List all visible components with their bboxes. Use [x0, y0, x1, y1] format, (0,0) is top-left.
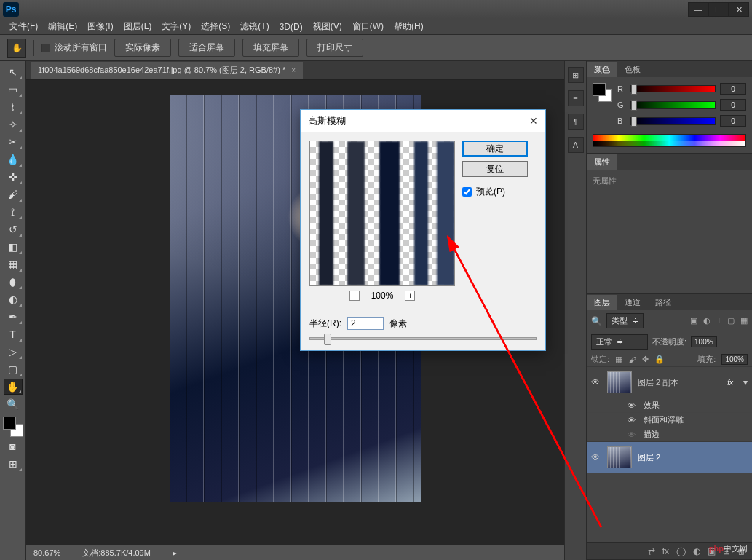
menu-edit[interactable]: 编辑(E): [43, 19, 82, 34]
layer-row-copy[interactable]: 👁 图层 2 副本 fx ▾: [587, 366, 752, 398]
collapsed-panel-2[interactable]: ≡: [568, 90, 584, 106]
print-size-button[interactable]: 打印尺寸: [306, 39, 363, 57]
move-tool[interactable]: ↖: [4, 64, 23, 80]
blue-slider[interactable]: [630, 117, 716, 125]
search-icon[interactable]: 🔍: [591, 316, 602, 326]
menu-help[interactable]: 帮助(H): [389, 19, 429, 34]
preview-checkbox[interactable]: 预览(P): [462, 186, 537, 198]
type-tool[interactable]: T: [4, 326, 23, 342]
stroke-effect-row[interactable]: 👁 描边: [587, 427, 752, 441]
red-slider[interactable]: [630, 85, 716, 92]
lock-all-icon[interactable]: 🔒: [654, 355, 665, 364]
layer-row-2[interactable]: 👁 图层 2: [587, 441, 752, 473]
filter-pixel-icon[interactable]: ▣: [690, 316, 697, 326]
zoom-tool[interactable]: 🔍: [4, 396, 23, 412]
menu-image[interactable]: 图像(I): [82, 19, 118, 34]
ok-button[interactable]: 确定: [462, 141, 528, 157]
path-select-tool[interactable]: ▷: [4, 344, 23, 360]
red-value[interactable]: 0: [720, 83, 746, 95]
zoom-percent[interactable]: 80.67%: [33, 548, 60, 557]
pen-tool[interactable]: ✒: [4, 309, 23, 325]
restore-button[interactable]: ☐: [708, 2, 729, 17]
status-chevron-icon[interactable]: ▸: [173, 548, 177, 558]
layer-mask-icon[interactable]: ◯: [676, 546, 686, 556]
menu-view[interactable]: 视图(V): [308, 19, 347, 34]
actual-pixels-button[interactable]: 实际像素: [114, 39, 171, 57]
layers-tab[interactable]: 图层: [587, 295, 617, 310]
zoom-in-button[interactable]: +: [405, 291, 415, 301]
screen-mode-toggle[interactable]: ⊞: [4, 456, 23, 472]
lock-transparency-icon[interactable]: ▦: [615, 355, 622, 364]
fill-screen-button[interactable]: 填充屏幕: [242, 39, 299, 57]
dodge-tool[interactable]: ◐: [4, 291, 23, 307]
color-tab[interactable]: 颜色: [587, 62, 617, 77]
radius-slider[interactable]: [309, 337, 537, 340]
filter-adjust-icon[interactable]: ◐: [703, 316, 711, 326]
lock-pixels-icon[interactable]: 🖌: [628, 355, 636, 364]
menu-filter[interactable]: 滤镜(T): [235, 19, 274, 34]
menu-3d[interactable]: 3D(D): [274, 20, 308, 33]
blend-mode-dropdown[interactable]: 正常 ≑: [591, 334, 648, 350]
color-mini-swatches[interactable]: [593, 83, 612, 102]
history-brush-tool[interactable]: ↺: [4, 221, 23, 237]
collapsed-panel-1[interactable]: ⊞: [568, 67, 584, 83]
slider-thumb[interactable]: [324, 334, 331, 345]
marquee-tool[interactable]: ▭: [4, 82, 23, 98]
filter-smart-icon[interactable]: ▦: [740, 316, 748, 326]
dialog-title-bar[interactable]: 高斯模糊 ✕: [301, 110, 545, 132]
fg-swatch-icon[interactable]: [593, 83, 606, 96]
visibility-icon[interactable]: 👁: [591, 452, 601, 462]
visibility-icon[interactable]: 👁: [628, 430, 638, 439]
green-value[interactable]: 0: [720, 99, 746, 111]
color-spectrum[interactable]: [593, 134, 746, 147]
menu-type[interactable]: 文字(Y): [157, 19, 196, 34]
filter-type-icon[interactable]: T: [716, 316, 721, 326]
quick-mask-toggle[interactable]: ◙: [4, 438, 23, 454]
link-layers-icon[interactable]: ⇄: [648, 546, 655, 556]
document-tab[interactable]: 1f004a1569d68cfaa850e16e42ea71f.jpg @ 80…: [31, 62, 303, 79]
layer-thumbnail[interactable]: [607, 371, 632, 393]
effects-row[interactable]: 👁 效果: [587, 398, 752, 412]
shape-tool[interactable]: ▢: [4, 361, 23, 377]
adjustment-layer-icon[interactable]: ◐: [693, 546, 700, 556]
blue-value[interactable]: 0: [720, 115, 746, 127]
paths-tab[interactable]: 路径: [648, 295, 678, 310]
layer-style-icon[interactable]: fx: [662, 546, 669, 556]
blur-tool[interactable]: ⬮: [4, 274, 23, 290]
radius-input[interactable]: [347, 317, 384, 330]
close-window-button[interactable]: ✕: [729, 2, 749, 17]
menu-select[interactable]: 选择(S): [196, 19, 235, 34]
scroll-all-checkbox[interactable]: 滚动所有窗口: [41, 42, 107, 54]
swatches-tab[interactable]: 色板: [617, 62, 648, 77]
crop-tool[interactable]: ✂: [4, 134, 23, 150]
magic-wand-tool[interactable]: ✧: [4, 117, 23, 133]
properties-tab[interactable]: 属性: [587, 154, 617, 170]
opacity-value[interactable]: 100%: [691, 336, 717, 347]
collapsed-panel-3[interactable]: ¶: [568, 114, 584, 130]
hand-tool[interactable]: ✋: [4, 379, 23, 395]
color-swatches[interactable]: [3, 417, 23, 437]
bevel-effect-row[interactable]: 👁 斜面和浮雕: [587, 412, 752, 427]
fill-value[interactable]: 100%: [721, 354, 748, 365]
visibility-icon[interactable]: 👁: [628, 416, 638, 425]
blur-preview[interactable]: [309, 141, 455, 286]
foreground-color-swatch[interactable]: [3, 417, 16, 430]
clone-stamp-tool[interactable]: ⟟: [4, 204, 23, 220]
chevron-down-icon[interactable]: ▾: [743, 377, 748, 387]
lock-position-icon[interactable]: ✥: [642, 355, 649, 364]
reset-button[interactable]: 复位: [462, 161, 528, 177]
filter-shape-icon[interactable]: ▢: [727, 316, 735, 326]
layer-thumbnail[interactable]: [607, 446, 632, 468]
zoom-out-button[interactable]: −: [349, 291, 360, 301]
visibility-icon[interactable]: 👁: [591, 377, 601, 387]
green-slider[interactable]: [630, 101, 716, 109]
channels-tab[interactable]: 通道: [617, 295, 648, 310]
collapsed-panel-4[interactable]: A: [568, 137, 584, 153]
close-tab-icon[interactable]: ×: [291, 66, 296, 74]
menu-file[interactable]: 文件(F): [4, 19, 43, 34]
minimize-button[interactable]: —: [688, 2, 708, 17]
dialog-close-icon[interactable]: ✕: [529, 115, 538, 127]
fit-screen-button[interactable]: 适合屏幕: [178, 39, 235, 57]
menu-window[interactable]: 窗口(W): [347, 19, 389, 34]
checkbox-icon[interactable]: [462, 187, 472, 197]
